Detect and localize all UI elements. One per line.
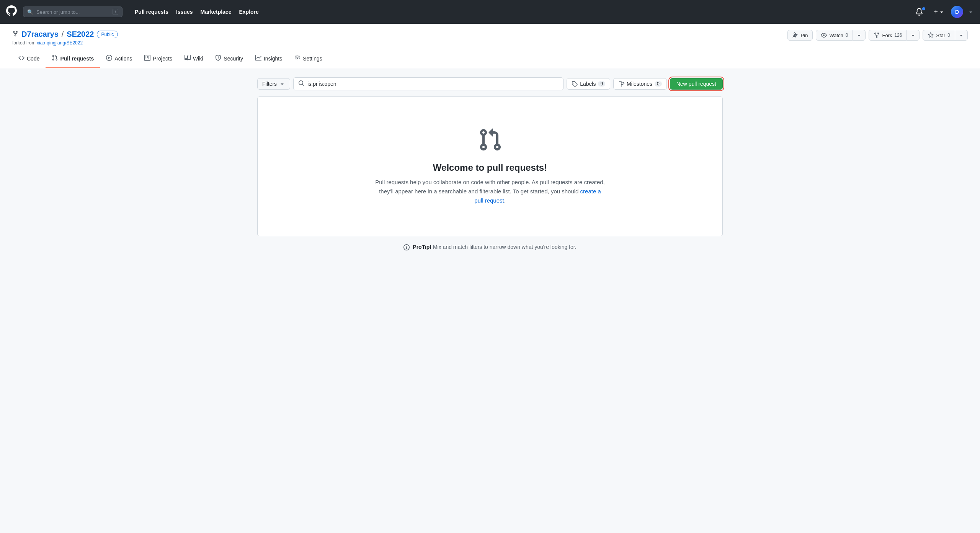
pull-request-icon	[52, 55, 58, 62]
tab-projects-label: Projects	[153, 56, 172, 62]
repo-title-row: D7racarys / SE2022 Public	[12, 30, 118, 39]
nav-marketplace[interactable]: Marketplace	[198, 7, 235, 17]
star-button[interactable]: Star 0	[923, 30, 955, 41]
avatar-dropdown-icon[interactable]	[968, 9, 974, 15]
repo-owner[interactable]: D7racarys	[21, 30, 59, 39]
forked-from-link[interactable]: xiao-qingjiang/SE2022	[37, 40, 83, 46]
labels-button[interactable]: Labels 9	[567, 78, 610, 90]
watch-button-group: Watch 0	[816, 30, 866, 41]
pro-tip-text: Mix and match filters to narrow down wha…	[433, 244, 577, 250]
fork-button-group: Fork 126	[869, 30, 920, 41]
labels-label: Labels	[580, 81, 596, 87]
tab-pull-requests-label: Pull requests	[60, 56, 94, 62]
tab-wiki-label: Wiki	[193, 56, 203, 62]
watch-count: 0	[846, 33, 848, 38]
fork-label: Fork	[882, 33, 892, 38]
nav-right: + D	[914, 6, 974, 18]
watch-label: Watch	[829, 33, 843, 38]
tab-code-label: Code	[27, 56, 39, 62]
tab-insights[interactable]: Insights	[249, 50, 288, 68]
fork-dropdown[interactable]	[907, 30, 920, 41]
create-button[interactable]: +	[932, 7, 946, 18]
repo-tabs: Code Pull requests Actions	[12, 50, 968, 68]
filter-bar: Filters Labels 9 Milestones	[257, 77, 723, 90]
tab-security-label: Security	[224, 56, 243, 62]
tab-insights-label: Insights	[264, 56, 282, 62]
top-navigation: 🔍 / Pull requests Issues Marketplace Exp…	[0, 0, 980, 24]
pull-request-empty-icon	[270, 128, 710, 156]
avatar[interactable]: D	[951, 6, 963, 18]
tab-wiki[interactable]: Wiki	[178, 50, 209, 68]
forked-from: forked from xiao-qingjiang/SE2022	[12, 40, 118, 46]
content-area: Filters Labels 9 Milestones	[245, 68, 735, 267]
keyboard-shortcut: /	[113, 9, 118, 15]
tab-code[interactable]: Code	[12, 50, 46, 68]
nav-explore[interactable]: Explore	[236, 7, 261, 17]
filters-button[interactable]: Filters	[257, 78, 290, 90]
visibility-badge: Public	[97, 31, 118, 38]
milestones-button[interactable]: Milestones 0	[613, 78, 667, 90]
fork-count: 126	[894, 33, 902, 38]
settings-icon	[294, 55, 301, 62]
nav-pull-requests[interactable]: Pull requests	[132, 7, 172, 17]
search-bar[interactable]: 🔍 /	[23, 7, 122, 17]
tab-security[interactable]: Security	[209, 50, 249, 68]
milestones-label: Milestones	[627, 81, 652, 87]
milestones-count: 0	[655, 81, 662, 87]
fork-button[interactable]: Fork 126	[869, 30, 907, 41]
labels-count: 9	[598, 81, 605, 87]
pr-search-input[interactable]	[307, 81, 559, 87]
pr-search-icon	[298, 80, 304, 88]
star-count: 0	[947, 33, 950, 38]
star-dropdown[interactable]	[955, 30, 968, 41]
pro-tip-label: ProTip!	[413, 244, 431, 250]
insights-icon	[255, 55, 261, 62]
tab-actions-label: Actions	[114, 56, 132, 62]
repo-header: D7racarys / SE2022 Public forked from xi…	[0, 24, 980, 68]
github-logo[interactable]	[6, 5, 17, 18]
watch-button[interactable]: Watch 0	[816, 30, 853, 41]
repo-actions: Pin Watch 0	[787, 30, 968, 41]
pr-search-container[interactable]	[293, 77, 564, 90]
nav-links: Pull requests Issues Marketplace Explore	[132, 7, 262, 17]
star-button-group: Star 0	[923, 30, 968, 41]
tab-actions[interactable]: Actions	[100, 50, 138, 68]
actions-icon	[106, 55, 112, 62]
repo-name[interactable]: SE2022	[67, 30, 94, 39]
pin-label: Pin	[801, 33, 808, 38]
star-label: Star	[936, 33, 945, 38]
search-icon: 🔍	[27, 9, 33, 15]
projects-icon	[144, 55, 150, 62]
notification-indicator	[922, 7, 925, 10]
security-icon	[215, 55, 221, 62]
wiki-icon	[185, 55, 191, 62]
pin-button[interactable]: Pin	[787, 30, 813, 41]
repo-fork-icon	[12, 31, 18, 38]
filters-label: Filters	[262, 81, 277, 87]
tab-settings[interactable]: Settings	[288, 50, 328, 68]
empty-state-title: Welcome to pull requests!	[270, 162, 710, 173]
tab-settings-label: Settings	[303, 56, 322, 62]
new-pull-request-button[interactable]: New pull request	[670, 78, 723, 90]
empty-state-description: Pull requests help you collaborate on co…	[375, 178, 605, 205]
tab-projects[interactable]: Projects	[138, 50, 178, 68]
watch-dropdown[interactable]	[853, 30, 866, 41]
empty-state: Welcome to pull requests! Pull requests …	[257, 96, 723, 236]
nav-issues[interactable]: Issues	[173, 7, 196, 17]
code-icon	[18, 55, 24, 62]
tab-pull-requests[interactable]: Pull requests	[46, 50, 100, 68]
pro-tip: ProTip! Mix and match filters to narrow …	[257, 236, 723, 258]
search-input[interactable]	[36, 9, 109, 15]
